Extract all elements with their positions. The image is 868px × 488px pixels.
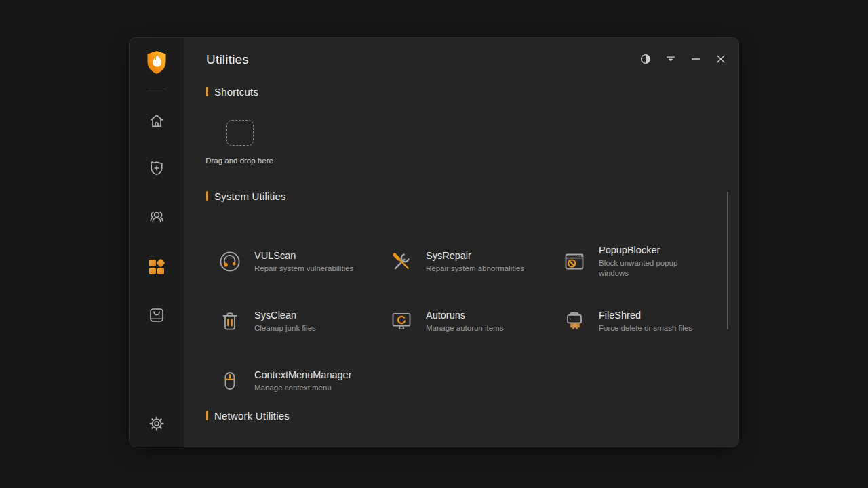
section-accent-bar [206, 191, 208, 201]
utility-description: Manage autorun items [426, 323, 503, 333]
section-label: System Utilities [214, 190, 286, 202]
screwdriver-wrench-icon [390, 250, 413, 273]
utility-text: Autoruns Manage autorun items [426, 310, 503, 333]
sidebar-divider [147, 89, 166, 89]
grid-tiles-icon [148, 258, 166, 276]
sidebar-item-users[interactable] [143, 203, 170, 230]
utility-title: SysClean [254, 310, 316, 321]
mouse-icon [218, 369, 241, 392]
gear-icon [148, 415, 165, 432]
utility-item-contextmenumanager[interactable]: ContextMenuManager Manage context menu [218, 359, 351, 403]
section-label: Network Utilities [214, 410, 290, 422]
close-icon [714, 52, 728, 66]
utility-description: Force delete or smash files [599, 323, 692, 333]
utility-title: VULScan [254, 250, 353, 261]
utility-item-vulscan[interactable]: VULScan Repair system vulnerabilities [218, 240, 353, 283]
utility-description: Repair system vulnerabilities [254, 264, 353, 274]
vulnerability-scan-icon [218, 250, 241, 273]
sidebar-item-utilities[interactable] [143, 253, 170, 280]
app-logo-icon [143, 49, 170, 77]
utility-text: PopupBlocker Block unwanted popup window… [599, 245, 690, 279]
utility-item-autoruns[interactable]: Autoruns Manage autorun items [390, 300, 503, 343]
utility-text: FileShred Force delete or smash files [599, 310, 692, 333]
home-icon [148, 112, 165, 129]
sidebar-item-store[interactable] [143, 302, 170, 329]
utility-item-sysrepair[interactable]: SysRepair Repair system abnormalities [390, 240, 524, 283]
shredder-icon [563, 310, 586, 333]
utility-item-popupblocker[interactable]: PopupBlocker Block unwanted popup window… [563, 240, 690, 283]
utility-title: Autoruns [426, 310, 503, 321]
theme-toggle-button[interactable] [637, 51, 654, 67]
utility-item-sysclean[interactable]: SysClean Cleanup junk files [218, 300, 316, 343]
main-menu-button[interactable] [663, 51, 679, 67]
section-accent-bar [206, 87, 208, 96]
utility-description: Manage context menu [254, 383, 351, 393]
main-content: Utilities [184, 38, 738, 447]
dropzone-label: Drag and drop here [205, 155, 273, 166]
utility-description: Block unwanted popup windows [599, 258, 690, 279]
minimize-icon [689, 52, 703, 66]
utility-item-fileshred[interactable]: FileShred Force delete or smash files [563, 300, 692, 343]
shield-plus-icon [148, 159, 165, 177]
utility-text: VULScan Repair system vulnerabilities [254, 250, 353, 274]
section-header-network-utilities: Network Utilities [206, 409, 290, 422]
trash-can-icon [218, 310, 241, 333]
sidebar [130, 38, 184, 447]
theme-toggle-icon [639, 52, 652, 66]
sidebar-item-settings[interactable] [143, 410, 170, 437]
utility-text: ContextMenuManager Manage context menu [254, 369, 351, 393]
section-accent-bar [206, 411, 208, 420]
utility-text: SysRepair Repair system abnormalities [426, 250, 524, 274]
sidebar-item-home[interactable] [143, 107, 170, 134]
window-block-icon [563, 250, 586, 273]
utility-description: Cleanup junk files [254, 323, 316, 333]
section-header-shortcuts: Shortcuts [206, 85, 258, 98]
main-menu-icon [664, 52, 677, 66]
page-title: Utilities [206, 52, 249, 67]
scrollbar[interactable] [727, 192, 728, 329]
sidebar-item-protection[interactable] [143, 155, 170, 182]
shortcut-dropzone[interactable] [226, 120, 254, 146]
close-button[interactable] [713, 51, 729, 67]
section-label: Shortcuts [214, 86, 258, 98]
section-header-system-utilities: System Utilities [206, 190, 286, 202]
titlebar-controls [637, 51, 729, 67]
utility-title: FileShred [599, 310, 692, 321]
people-icon [148, 208, 165, 226]
utility-title: SysRepair [426, 250, 524, 261]
utility-text: SysClean Cleanup junk files [254, 310, 316, 333]
utility-title: ContextMenuManager [254, 369, 351, 380]
utility-title: PopupBlocker [599, 245, 690, 256]
product-box-icon [148, 306, 165, 324]
monitor-refresh-icon [390, 310, 413, 333]
app-window: Utilities [129, 37, 739, 447]
utility-description: Repair system abnormalities [426, 264, 524, 274]
minimize-button[interactable] [688, 51, 704, 67]
